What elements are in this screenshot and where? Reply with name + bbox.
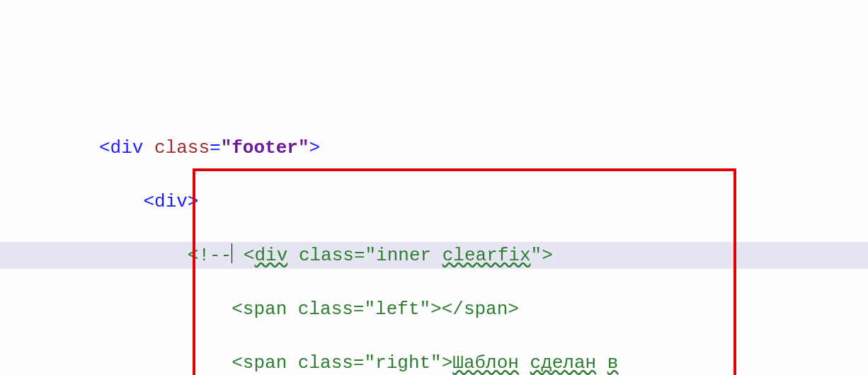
tag-bracket: < bbox=[99, 137, 110, 158]
comment-start: <!-- bbox=[188, 245, 232, 266]
code-line-highlighted: <!-- <div class="inner clearfix"> bbox=[0, 242, 868, 269]
attr-name: class bbox=[154, 137, 210, 158]
code-line: <div class="footer"> bbox=[0, 134, 868, 161]
code-editor: <div class="footer"> <div> <!-- <div cla… bbox=[0, 108, 868, 375]
code-line: <span class="right">Шаблон сделан в bbox=[0, 350, 868, 375]
tag-name: div bbox=[110, 137, 144, 158]
code-line: <span class="left"></span> bbox=[0, 296, 868, 323]
code-line: <div> bbox=[0, 188, 868, 215]
attr-value: footer bbox=[232, 137, 298, 158]
